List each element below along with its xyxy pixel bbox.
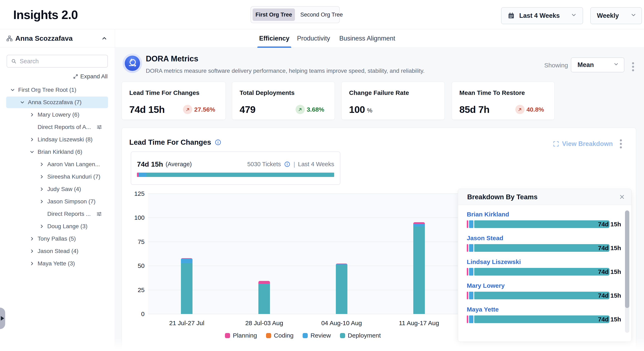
chevron-right-icon[interactable] [29, 249, 35, 254]
tree-item-direct-reports[interactable]: Direct Reports ... [0, 208, 115, 220]
chevron-down-icon[interactable] [29, 149, 35, 154]
legend-item-deployment[interactable]: Deployment [340, 332, 381, 339]
expand-corners-icon [553, 141, 559, 147]
tab-business-alignment[interactable]: Business Alignment [339, 29, 396, 48]
sidebar-collapse-chevron-up-icon[interactable] [101, 35, 108, 42]
search-box [6, 55, 108, 68]
play-arrow-icon [1, 316, 4, 321]
chevron-right-icon[interactable] [39, 199, 44, 204]
breakdown-panel-header: Breakdown By Teams [458, 189, 632, 205]
summary-bar-segment-review [139, 173, 147, 177]
bar-segment-review [469, 220, 474, 228]
toggle-first-org-tree[interactable]: First Org Tree [252, 9, 295, 21]
tab-bar: Efficiency Productivity Business Alignme… [115, 29, 644, 48]
chevron-right-icon[interactable] [29, 137, 35, 142]
team-name-link[interactable]: Brian Kirkland [467, 211, 509, 218]
lead-time-menu-kebab-icon[interactable] [620, 139, 622, 149]
y-axis-tick-label: 50 [120, 263, 144, 269]
toggle-second-org-tree[interactable]: Second Org Tree [298, 9, 346, 21]
tab-productivity[interactable]: Productivity [295, 29, 332, 48]
team-breakdown-row: Brian Kirkland74d 15h [467, 211, 621, 228]
tab-efficiency[interactable]: Efficiency [257, 29, 291, 48]
y-axis-tick-label: 125 [120, 191, 144, 197]
team-duration-label: 74d 15h [598, 292, 621, 299]
metric-card-mean-time-to-restore: Mean Time To Restore 85d 7h 40.8% [452, 82, 554, 120]
scrollbar-thumb[interactable] [625, 210, 629, 308]
lead-time-summary-card: 74d 15h (Average) 5030 Tickets | Last 4 … [131, 152, 340, 185]
info-icon[interactable] [284, 161, 290, 167]
bar-segment-deployment [474, 268, 610, 275]
tree-item-lindsay-liszewski-8[interactable]: Lindsay Liszewski (8) [0, 133, 115, 146]
summary-value: 74d 15h [137, 160, 163, 168]
dora-menu-kebab-icon[interactable] [632, 61, 634, 72]
tree-item-anna-scozzafava-7[interactable]: Anna Scozzafava (7) [0, 96, 115, 109]
tree-item-direct-reports-of-a[interactable]: Direct Reports of A... [0, 121, 115, 133]
team-name-link[interactable]: Jason Stead [467, 235, 503, 242]
date-range-select[interactable]: Last 4 Weeks [501, 7, 583, 24]
chevron-right-icon[interactable] [39, 224, 44, 229]
team-name-link[interactable]: Mary Lowery [467, 282, 504, 289]
legend-item-review[interactable]: Review [302, 332, 331, 339]
x-axis-label: 11 Aug-17 Aug [380, 319, 458, 327]
content: DORA Metrics DORA metrics measure softwa… [115, 48, 644, 351]
team-name-link[interactable]: Lindsay Liszewski [467, 258, 521, 265]
tree-item-first-org-tree-root-1[interactable]: First Org Tree Root (1) [0, 84, 115, 96]
tree-item-jason-stead-4[interactable]: Jason Stead (4) [0, 245, 115, 257]
tree-item-maya-yette-3[interactable]: Maya Yette (3) [0, 257, 115, 270]
search-input[interactable] [20, 58, 103, 65]
gridline [148, 314, 458, 314]
chevron-right-icon[interactable] [39, 187, 44, 192]
summary-bar-segment-deployment [147, 173, 334, 177]
bar-segment-deployment [474, 220, 610, 228]
bar-segment-deployment [336, 265, 348, 314]
bar-segment-review [413, 224, 425, 226]
chevron-right-icon[interactable] [29, 261, 35, 266]
summary-period: Last 4 Weeks [298, 161, 334, 168]
tree-item-tony-pallas-5[interactable]: Tony Pallas (5) [0, 233, 115, 245]
sidebar-collapse-handle[interactable] [0, 307, 5, 329]
stacked-bar-04-aug-10-aug[interactable] [336, 263, 348, 314]
bar-segment-deployment [181, 263, 192, 314]
granularity-select[interactable]: Weekly [590, 7, 642, 24]
legend-swatch [225, 333, 230, 338]
filter-sliders-icon[interactable] [96, 211, 102, 217]
tree-item-judy-saw-4[interactable]: Judy Saw (4) [0, 183, 115, 195]
tree-item-mary-lowery-6[interactable]: Mary Lowery (6) [0, 109, 115, 121]
view-breakdown-button[interactable]: View Breakdown [553, 140, 613, 148]
bar-segment-deployment [413, 226, 425, 314]
legend-item-planning[interactable]: Planning [225, 332, 257, 339]
legend-item-coding[interactable]: Coding [266, 332, 294, 339]
team-stacked-bar [467, 268, 610, 275]
filter-sliders-icon[interactable] [96, 124, 102, 130]
chevron-right-icon[interactable] [29, 112, 35, 117]
info-icon[interactable] [215, 139, 221, 146]
showing-select[interactable]: Mean [571, 58, 624, 72]
tree-item-jason-simpson-7[interactable]: Jason Simpson (7) [0, 195, 115, 208]
stacked-bar-11-aug-17-aug[interactable] [413, 222, 425, 314]
chevron-down-icon[interactable] [20, 100, 25, 105]
scrollbar-track[interactable] [625, 210, 629, 333]
tree-item-aaron-van-langen[interactable]: Aaron Van Langen... [0, 158, 115, 171]
tree-item-doug-lange-3[interactable]: Doug Lange (3) [0, 220, 115, 233]
close-icon[interactable] [619, 194, 625, 200]
app-title: Insights 2.0 [13, 8, 78, 22]
chevron-right-icon[interactable] [39, 174, 44, 179]
bar-segment-review [469, 244, 474, 252]
gridline [148, 266, 458, 266]
team-name-link[interactable]: Maya Yette [467, 306, 499, 313]
stacked-bar-21-jul-27-jul[interactable] [181, 258, 192, 314]
breakdown-by-teams-panel: Breakdown By Teams Brian Kirkland74d 15h… [458, 189, 632, 342]
legend-swatch [266, 333, 271, 338]
chevron-right-icon[interactable] [39, 162, 44, 167]
bar-segment-deployment [474, 244, 610, 252]
tree-item-sireesha-kunduri-7[interactable]: Sireesha Kunduri (7) [0, 171, 115, 183]
chevron-right-icon[interactable] [29, 236, 35, 241]
expand-icon [73, 74, 78, 79]
metric-card-total-deployments: Total Deployments 479 3.68% [232, 82, 335, 120]
expand-all-button[interactable]: Expand All [73, 73, 108, 80]
x-axis-label: 28 Jul-03 Aug [225, 319, 304, 327]
chevron-down-icon [630, 12, 636, 20]
stacked-bar-28-jul-03-aug[interactable] [258, 281, 270, 314]
tree-item-brian-kirkland-6[interactable]: Brian Kirkland (6) [0, 146, 115, 158]
chevron-down-icon[interactable] [10, 88, 15, 92]
